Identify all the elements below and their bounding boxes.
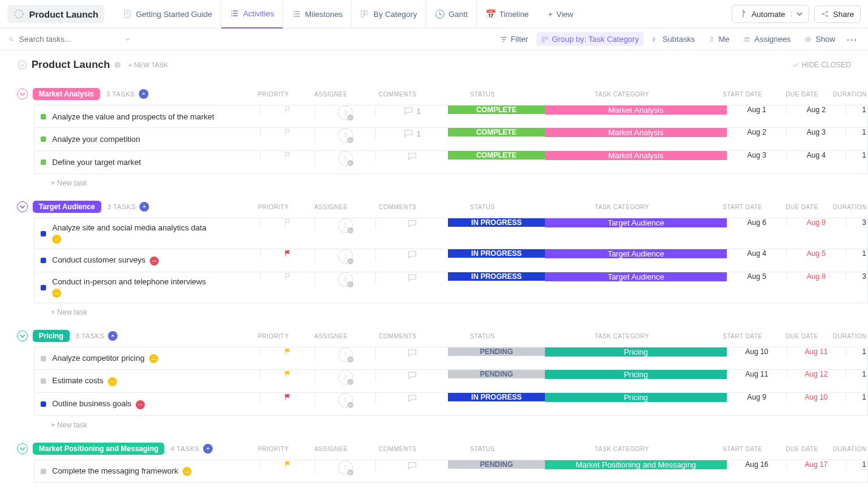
task-name[interactable]: Analyze the value and prospects of the m… <box>52 112 214 121</box>
col-comments[interactable]: COMMENTS <box>361 333 434 340</box>
comments-cell[interactable] <box>375 218 448 229</box>
col-status[interactable]: STATUS <box>434 91 531 98</box>
priority-cell[interactable] <box>260 460 315 469</box>
task-name[interactable]: Analyze site and social media analytics … <box>52 223 206 232</box>
col-assignee[interactable]: ASSIGNEE <box>301 446 361 452</box>
filter-button[interactable]: Filter <box>495 32 533 46</box>
comments-cell[interactable] <box>375 393 448 404</box>
sort-indicator-icon[interactable] <box>108 331 118 341</box>
subtasks-button[interactable]: Subtasks <box>647 32 699 46</box>
task-row[interactable]: Outline business goals – + IN PROGRESS P… <box>34 393 868 416</box>
col-assignee[interactable]: ASSIGNEE <box>301 204 361 210</box>
task-row[interactable]: Estimate costs – + PENDING Pricing Aug 1… <box>34 370 868 393</box>
task-row[interactable]: Analyze competitor pricing – + PENDING P… <box>34 347 868 370</box>
due-date-cell[interactable]: Aug 8 <box>786 272 846 281</box>
status-square-icon[interactable] <box>41 356 46 361</box>
space-title-chip[interactable]: Product Launch <box>7 5 104 23</box>
comments-cell[interactable]: 1 <box>375 128 448 139</box>
category-cell[interactable]: Market Positioning and Messaging <box>545 460 727 469</box>
col-duration[interactable]: DURATION <box>832 91 868 98</box>
collapse-all-icon[interactable] <box>17 59 28 70</box>
status-cell[interactable]: COMPLETE <box>448 106 545 114</box>
status-square-icon[interactable] <box>41 114 46 119</box>
comments-cell[interactable] <box>375 151 448 162</box>
duration-cell[interactable]: 1 <box>846 249 868 258</box>
assignees-button[interactable]: Assignees <box>738 32 795 46</box>
new-task-button[interactable]: + New task <box>51 416 868 432</box>
assignee-placeholder-icon[interactable]: + <box>338 218 353 233</box>
status-square-icon[interactable] <box>41 231 46 236</box>
task-row[interactable]: Complete the messaging framework – + PEN… <box>34 460 868 483</box>
comments-cell[interactable] <box>375 370 448 381</box>
assignee-placeholder-icon[interactable]: + <box>338 151 353 166</box>
new-task-button[interactable]: + New task <box>51 303 868 319</box>
duration-cell[interactable]: 3 <box>846 272 868 281</box>
duration-cell[interactable]: 1 <box>846 370 868 378</box>
assignee-placeholder-icon[interactable]: + <box>338 106 353 120</box>
col-status[interactable]: STATUS <box>434 333 531 340</box>
group-collapse-toggle[interactable] <box>17 201 28 212</box>
task-row[interactable]: Define your target market + COMPLETE Mar… <box>34 151 868 174</box>
add-view-button[interactable]: + View <box>539 10 582 19</box>
due-date-cell[interactable]: Aug 10 <box>786 393 846 401</box>
search-wrap[interactable] <box>8 35 130 44</box>
col-priority[interactable]: PRIORITY <box>246 446 301 452</box>
status-square-icon[interactable] <box>41 469 46 474</box>
group-name-pill[interactable]: Pricing <box>33 330 70 342</box>
priority-cell[interactable] <box>260 370 315 378</box>
col-comments[interactable]: COMMENTS <box>361 91 434 98</box>
category-cell[interactable]: Market Analysis <box>545 151 727 160</box>
col-start-date[interactable]: START DATE <box>713 333 772 340</box>
chevron-down-icon[interactable] <box>125 36 130 42</box>
hide-closed-button[interactable]: HIDE CLOSED <box>792 61 851 69</box>
start-date-cell[interactable]: Aug 11 <box>727 370 786 378</box>
assignee-cell[interactable]: + <box>315 347 375 362</box>
tab-getting-started-guide[interactable]: Getting Started Guide <box>114 0 221 28</box>
task-name[interactable]: Estimate costs – <box>52 376 117 386</box>
col-priority[interactable]: PRIORITY <box>246 204 301 210</box>
comments-cell[interactable] <box>375 347 448 358</box>
assignee-placeholder-icon[interactable]: + <box>338 347 353 362</box>
group-by-button[interactable]: Group by: Task Category <box>536 32 644 46</box>
task-row[interactable]: Analyze site and social media analytics … <box>34 218 868 249</box>
new-task-button[interactable]: + New task <box>51 174 868 190</box>
more-menu-button[interactable]: ⋯ <box>844 33 860 46</box>
comments-cell[interactable] <box>375 460 448 471</box>
priority-cell[interactable] <box>260 106 315 114</box>
task-name[interactable]: Analyze your competition <box>52 135 140 144</box>
task-row[interactable]: Analyze your competition + 1 COMPLETE Ma… <box>34 128 868 151</box>
me-button[interactable]: Me <box>703 32 734 46</box>
due-date-cell[interactable]: Aug 5 <box>786 249 846 258</box>
due-date-cell[interactable]: Aug 12 <box>786 370 846 378</box>
status-square-icon[interactable] <box>41 401 46 407</box>
task-name[interactable]: Analyze competitor pricing – <box>52 354 158 364</box>
status-square-icon[interactable] <box>41 159 46 165</box>
col-duration[interactable]: DURATION <box>832 204 868 210</box>
due-date-cell[interactable]: Aug 3 <box>786 128 846 136</box>
col-priority[interactable]: PRIORITY <box>246 91 301 98</box>
status-cell[interactable]: PENDING <box>448 347 545 356</box>
status-cell[interactable]: PENDING <box>448 460 545 469</box>
assignee-cell[interactable]: + <box>315 218 375 233</box>
task-row[interactable]: Conduct customer surveys – + IN PROGRESS… <box>34 249 868 272</box>
start-date-cell[interactable]: Aug 1 <box>727 106 786 114</box>
task-name[interactable]: Conduct customer surveys – <box>52 255 159 266</box>
priority-cell[interactable] <box>260 249 315 258</box>
status-cell[interactable]: COMPLETE <box>448 128 545 136</box>
col-priority[interactable]: PRIORITY <box>246 333 301 340</box>
status-cell[interactable]: IN PROGRESS <box>448 272 545 281</box>
col-comments[interactable]: COMMENTS <box>361 446 434 452</box>
assignee-cell[interactable]: + <box>315 128 375 142</box>
status-square-icon[interactable] <box>41 378 46 384</box>
duration-cell[interactable]: 1 <box>846 393 868 401</box>
status-cell[interactable]: COMPLETE <box>448 151 545 159</box>
task-row[interactable]: Analyze the value and prospects of the m… <box>34 105 868 128</box>
sort-indicator-icon[interactable] <box>139 89 149 99</box>
assignee-cell[interactable]: + <box>315 151 375 166</box>
category-cell[interactable]: Target Audience <box>545 272 727 281</box>
col-assignee[interactable]: ASSIGNEE <box>301 91 361 98</box>
assignee-placeholder-icon[interactable]: + <box>338 249 353 264</box>
status-cell[interactable]: IN PROGRESS <box>448 393 545 401</box>
group-collapse-toggle[interactable] <box>17 443 28 454</box>
due-date-cell[interactable]: Aug 17 <box>786 460 846 469</box>
